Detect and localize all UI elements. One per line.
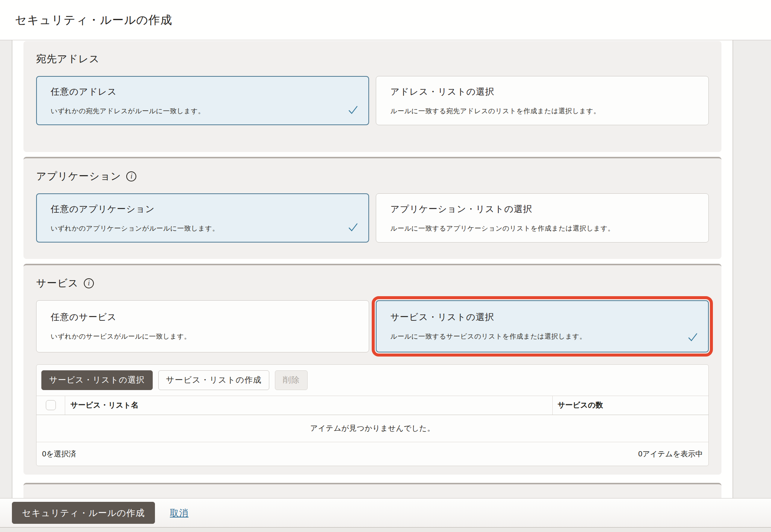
section-service: サービス i 任意のサービス いずれかのサービスがルールに一致します。 サービス… xyxy=(23,264,721,475)
option-card-title: 任意のアドレス xyxy=(51,86,355,98)
option-card-select-address-list[interactable]: アドレス・リストの選択 ルールに一致する宛先アドレスのリストを作成または選択しま… xyxy=(376,76,709,125)
content-area: 宛先アドレス 任意のアドレス いずれかの宛先アドレスがルールに一致します。 アド… xyxy=(0,40,771,498)
service-list-panel: サービス・リストの選択 サービス・リストの作成 削除 サービス・リスト名 サービ… xyxy=(36,364,709,466)
option-card-title: 任意のサービス xyxy=(51,311,355,323)
select-all-cell xyxy=(37,396,65,415)
select-service-list-button[interactable]: サービス・リストの選択 xyxy=(41,370,153,390)
create-security-rule-button[interactable]: セキュリティ・ルールの作成 xyxy=(12,502,155,524)
option-card-title: 任意のアプリケーション xyxy=(51,203,355,215)
option-card-description: いずれかのアプリケーションがルールに一致します。 xyxy=(51,224,355,233)
option-card-select-application-list[interactable]: アプリケーション・リストの選択 ルールに一致するアプリケーションのリストを作成ま… xyxy=(376,193,709,243)
page-header: セキュリティ・ルールの作成 xyxy=(0,0,771,40)
info-icon[interactable]: i xyxy=(126,171,136,181)
column-header-service-count: サービスの数 xyxy=(553,400,708,410)
option-card-title: アドレス・リストの選択 xyxy=(390,86,694,98)
service-list-toolbar: サービス・リストの選択 サービス・リストの作成 削除 xyxy=(37,365,708,396)
check-icon xyxy=(687,332,698,343)
cancel-link[interactable]: 取消 xyxy=(170,507,188,519)
section-application: アプリケーション i 任意のアプリケーション いずれかのアプリケーションがルール… xyxy=(23,157,721,259)
option-card-description: いずれかの宛先アドレスがルールに一致します。 xyxy=(51,107,355,115)
items-shown-count: 0アイテムを表示中 xyxy=(638,449,703,459)
section-destination-address: 宛先アドレス 任意のアドレス いずれかの宛先アドレスがルールに一致します。 アド… xyxy=(23,41,721,152)
right-page-edge xyxy=(733,40,771,498)
option-card-description: ルールに一致する宛先アドレスのリストを作成または選択します。 xyxy=(390,107,694,115)
create-service-list-button[interactable]: サービス・リストの作成 xyxy=(158,370,270,390)
option-card-select-service-list[interactable]: サービス・リストの選択 ルールに一致するサービスのリストを作成または選択します。 xyxy=(376,300,709,352)
check-icon xyxy=(348,222,359,233)
table-status-row: 0を選択済 0アイテムを表示中 xyxy=(37,442,708,466)
form-drawer: 宛先アドレス 任意のアドレス いずれかの宛先アドレスがルールに一致します。 アド… xyxy=(12,40,733,498)
option-card-description: ルールに一致するアプリケーションのリストを作成または選択します。 xyxy=(390,224,694,233)
column-header-service-list-name: サービス・リスト名 xyxy=(65,396,553,415)
option-card-any-address[interactable]: 任意のアドレス いずれかの宛先アドレスがルールに一致します。 xyxy=(36,76,369,125)
section-heading-application: アプリケーション xyxy=(36,170,121,183)
create-security-rule-page: セキュリティ・ルールの作成 宛先アドレス 任意のアドレス いずれかの宛先アドレス… xyxy=(0,0,771,532)
select-all-checkbox[interactable] xyxy=(46,400,56,410)
check-icon xyxy=(348,104,359,115)
option-card-any-service[interactable]: 任意のサービス いずれかのサービスがルールに一致します。 xyxy=(36,300,369,352)
page-title: セキュリティ・ルールの作成 xyxy=(15,12,172,28)
section-heading-service: サービス xyxy=(36,276,79,290)
bottom-action-bar: セキュリティ・ルールの作成 取消 xyxy=(0,498,771,527)
bottom-page-strip xyxy=(0,527,771,532)
option-card-description: いずれかのサービスがルールに一致します。 xyxy=(51,332,355,341)
selected-count: 0を選択済 xyxy=(42,449,76,459)
section-next-partial xyxy=(23,483,721,498)
option-card-title: アプリケーション・リストの選択 xyxy=(390,203,694,215)
service-list-table-header: サービス・リスト名 サービスの数 xyxy=(37,396,708,415)
info-icon[interactable]: i xyxy=(84,278,94,288)
option-card-description: ルールに一致するサービスのリストを作成または選択します。 xyxy=(390,332,694,341)
table-empty-message: アイテムが見つかりませんでした。 xyxy=(37,415,708,442)
option-card-any-application[interactable]: 任意のアプリケーション いずれかのアプリケーションがルールに一致します。 xyxy=(36,193,369,243)
option-card-title: サービス・リストの選択 xyxy=(390,311,694,323)
delete-button: 削除 xyxy=(275,370,308,390)
section-heading-destination-address: 宛先アドレス xyxy=(36,52,100,66)
left-page-edge xyxy=(0,40,12,498)
